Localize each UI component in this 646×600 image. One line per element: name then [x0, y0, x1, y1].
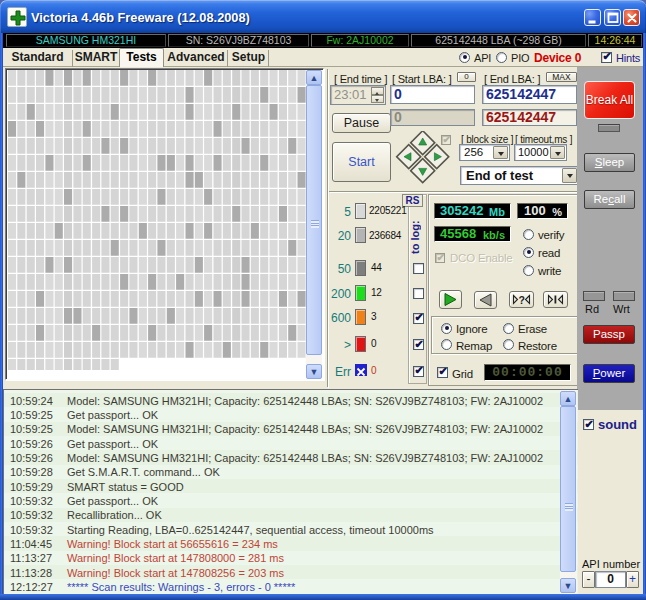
svg-text:?: ?: [519, 293, 525, 305]
